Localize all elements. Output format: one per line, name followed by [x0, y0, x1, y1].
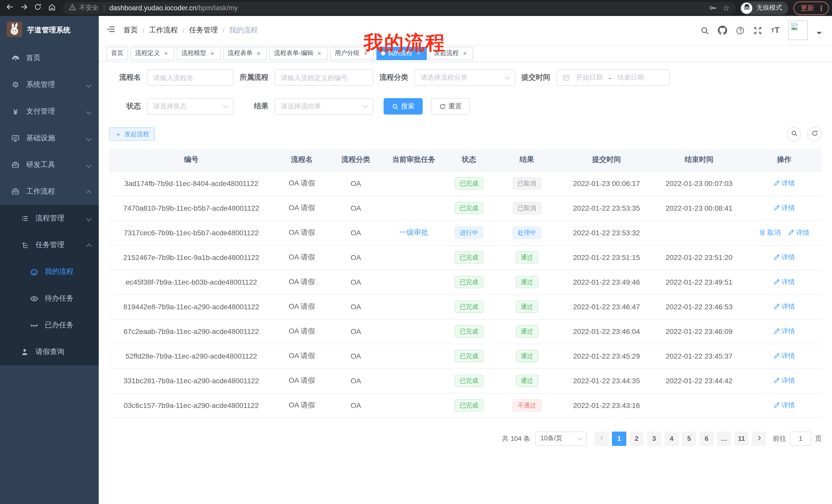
close-icon[interactable]: ×: [461, 50, 468, 57]
result-select[interactable]: 请选择流结果: [275, 98, 373, 115]
detail-action-link[interactable]: 详情: [788, 228, 809, 237]
page-button-11[interactable]: 11: [734, 431, 749, 446]
menu-dots-icon[interactable]: ⋮: [817, 4, 825, 12]
sidebar-item-1[interactable]: ⚙系统管理: [0, 72, 99, 98]
browser-home-button[interactable]: [45, 1, 59, 15]
browser-update-button[interactable]: 更新 ⋮: [794, 1, 829, 15]
prev-page-button[interactable]: [594, 431, 609, 446]
detail-action-link[interactable]: 详情: [773, 376, 795, 385]
cell-current-task: [382, 270, 446, 295]
font-size-icon[interactable]: TT: [771, 26, 780, 35]
page-button-3[interactable]: 3: [647, 431, 661, 446]
page-button-2[interactable]: 2: [629, 431, 644, 446]
warning-icon: [69, 3, 76, 12]
search-small-icon: [790, 130, 797, 139]
sidebar-item-label: 首页: [26, 53, 41, 63]
github-icon[interactable]: [718, 26, 727, 35]
search-icon[interactable]: [701, 26, 709, 35]
close-icon[interactable]: ×: [362, 50, 369, 57]
page-size-select[interactable]: 10条/页: [535, 431, 587, 446]
page-button-5[interactable]: 5: [682, 431, 696, 446]
detail-action-link[interactable]: 详情: [773, 352, 795, 361]
close-icon[interactable]: ×: [255, 50, 262, 57]
detail-action-link[interactable]: 详情: [773, 302, 795, 311]
breadcrumb-item[interactable]: 任务管理: [189, 26, 218, 35]
sidebar-item-11[interactable]: 请假查询: [0, 339, 99, 365]
submit-time-range-picker[interactable]: 开始日期 - 结束日期: [556, 69, 670, 86]
action-label: 详情: [796, 228, 809, 237]
sidebar-item-10[interactable]: 已办任务: [0, 312, 99, 339]
sidebar-item-9[interactable]: 待办任务: [0, 285, 99, 312]
status-badge: 已完成: [454, 251, 483, 263]
more-pages-button[interactable]: …: [717, 431, 731, 446]
close-icon[interactable]: ×: [316, 50, 323, 57]
action-label: 详情: [782, 203, 795, 213]
reset-button[interactable]: 重置: [431, 98, 470, 115]
process-table: 编号流程名流程分类当前审批任务状态结果提交时间结束时间操作 3ad174fb-7…: [109, 148, 822, 418]
help-icon[interactable]: [736, 26, 745, 35]
detail-action-link[interactable]: 详情: [773, 253, 795, 262]
tab-首页[interactable]: 首页: [106, 47, 128, 60]
table-refresh-button[interactable]: [807, 127, 822, 141]
close-icon[interactable]: ×: [415, 50, 422, 57]
process-name-input[interactable]: [147, 69, 233, 86]
tab-流程表单-编辑[interactable]: 流程表单-编辑×: [269, 47, 328, 60]
sidebar: 芋道管理系统 首页⚙系统管理¥支付管理基础设施研发工具工作流程流程管理任务管理我…: [0, 16, 99, 504]
start-process-button[interactable]: ＋ 发起流程: [109, 128, 155, 141]
tab-label: 流程表单: [228, 49, 253, 58]
sidebar-toggle-button[interactable]: [99, 25, 123, 36]
breadcrumb-item[interactable]: 工作流程: [149, 26, 178, 35]
sidebar-item-3[interactable]: 基础设施: [0, 125, 99, 151]
page-button-4[interactable]: 4: [665, 431, 679, 446]
task-link[interactable]: 一级审批: [399, 228, 428, 236]
detail-action-link[interactable]: 详情: [773, 327, 795, 336]
cancel-action-link[interactable]: 取消: [759, 228, 781, 237]
browser-back-button[interactable]: [3, 1, 17, 15]
bookmark-star-icon[interactable]: ☆: [723, 3, 730, 12]
detail-action-link[interactable]: 详情: [773, 401, 795, 410]
detail-action-link[interactable]: 详情: [773, 277, 795, 287]
table-search-button[interactable]: [787, 127, 801, 141]
sidebar-item-4[interactable]: 研发工具: [0, 151, 99, 178]
address-bar[interactable]: 不安全 dashboard.yudao.iocoder.cn/bpm/task/…: [63, 2, 736, 14]
status-select[interactable]: 请选择状态: [147, 98, 233, 115]
goto-page-input[interactable]: [790, 431, 811, 446]
tab-我的流程[interactable]: 我的流程×: [376, 47, 427, 60]
gauge-icon: [10, 54, 21, 62]
tab-流程定义[interactable]: 流程定义×: [131, 47, 174, 60]
sidebar-item-8[interactable]: 我的流程: [0, 258, 99, 285]
fullscreen-icon[interactable]: [754, 26, 762, 35]
browser-forward-button[interactable]: [17, 1, 31, 15]
tab-流程模型[interactable]: 流程模型×: [177, 47, 220, 60]
cell-status: 已完成: [446, 393, 492, 418]
sidebar-item-5[interactable]: 工作流程: [0, 178, 99, 205]
status-badge: 已完成: [454, 325, 483, 338]
process-definition-input[interactable]: [275, 69, 373, 86]
tab-用户分组[interactable]: 用户分组×: [330, 47, 374, 60]
breadcrumb-item[interactable]: 首页: [123, 26, 138, 35]
sidebar-item-7[interactable]: 任务管理: [0, 232, 99, 258]
search-button[interactable]: 搜索: [384, 98, 423, 115]
sidebar-item-0[interactable]: 首页: [0, 45, 99, 72]
key-icon[interactable]: [709, 4, 717, 12]
sidebar-item-2[interactable]: ¥支付管理: [0, 98, 99, 125]
caret-down-icon[interactable]: [816, 32, 822, 37]
cell-result: 通过: [492, 368, 562, 393]
breadcrumb-separator: /: [183, 26, 185, 34]
tab-流程表单[interactable]: 流程表单×: [223, 47, 267, 60]
avatar[interactable]: [788, 21, 808, 40]
next-page-button[interactable]: [752, 431, 766, 446]
detail-action-link[interactable]: 详情: [773, 179, 795, 188]
tab-发起流程[interactable]: 发起流程×: [430, 47, 473, 60]
detail-action-link[interactable]: 详情: [773, 203, 795, 213]
close-icon[interactable]: ×: [162, 50, 170, 57]
page-button-6[interactable]: 6: [699, 431, 714, 446]
category-select[interactable]: 请选择流程分类: [414, 69, 515, 86]
browser-reload-button[interactable]: [31, 1, 45, 15]
app-logo[interactable]: 芋道管理系统: [0, 16, 99, 45]
page-button-1[interactable]: 1: [612, 431, 626, 446]
sidebar-item-6[interactable]: 流程管理: [0, 205, 99, 232]
security-label: 不安全: [79, 4, 99, 12]
close-icon[interactable]: ×: [209, 50, 216, 57]
table-row: 03c6c157-7b9a-11ec-a290-acde48001122OA 请…: [109, 393, 822, 418]
